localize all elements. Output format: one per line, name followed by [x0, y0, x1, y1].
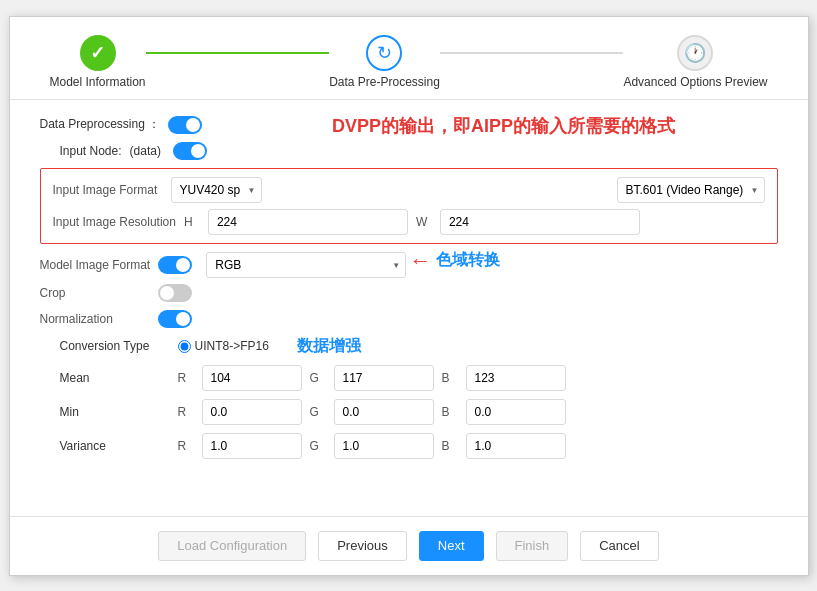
model-image-format-dropdown-wrap[interactable]: RGB BGR YUV420	[206, 252, 406, 278]
red-box-section: Input Image Format YUV420 sp NV12 RGB BT…	[40, 168, 778, 244]
input-image-format-row: Input Image Format YUV420 sp NV12 RGB BT…	[53, 177, 765, 203]
mean-row: Mean R G B	[60, 365, 778, 391]
step-advanced-options: 🕐 Advanced Options Preview	[623, 35, 767, 89]
mean-g-input[interactable]	[334, 365, 434, 391]
min-label: Min	[60, 405, 170, 419]
step3-label: Advanced Options Preview	[623, 75, 767, 89]
mean-label: Mean	[60, 371, 170, 385]
checkmark-icon: ✓	[90, 42, 105, 64]
min-g-label: G	[310, 405, 326, 419]
variance-g-label: G	[310, 439, 326, 453]
input-node-row: Input Node: (data)	[60, 142, 778, 160]
cancel-button[interactable]: Cancel	[580, 531, 658, 561]
input-format-dropdown-wrap[interactable]: YUV420 sp NV12 RGB	[171, 177, 262, 203]
conversion-type-radio[interactable]	[178, 340, 191, 353]
variance-r-label: R	[178, 439, 194, 453]
mean-b-label: B	[442, 371, 458, 385]
model-image-format-select[interactable]: RGB BGR YUV420	[206, 252, 406, 278]
step-model-information: ✓ Model Information	[50, 35, 146, 89]
crop-label: Crop	[40, 286, 150, 300]
mean-g-label: G	[310, 371, 326, 385]
wizard-steps: ✓ Model Information ↻ Data Pre-Processin…	[10, 17, 808, 100]
mean-b-input[interactable]	[466, 365, 566, 391]
clock-icon: 🕐	[684, 42, 706, 64]
model-image-format-toggle[interactable]	[158, 256, 192, 274]
min-r-label: R	[178, 405, 194, 419]
step-connector-1	[146, 52, 330, 54]
conversion-type-row: Conversion Type UINT8->FP16 数据增强	[60, 336, 778, 357]
step2-label: Data Pre-Processing	[329, 75, 440, 89]
next-button[interactable]: Next	[419, 531, 484, 561]
load-configuration-button[interactable]: Load Configuration	[158, 531, 306, 561]
data-enhancement-annotation: 数据增强	[297, 336, 361, 357]
previous-button[interactable]: Previous	[318, 531, 407, 561]
crop-row: Crop	[40, 284, 778, 302]
mean-r-label: R	[178, 371, 194, 385]
min-b-input[interactable]	[466, 399, 566, 425]
input-node-label: Input Node:	[60, 144, 122, 158]
resolution-w-input[interactable]	[440, 209, 640, 235]
step3-circle: 🕐	[677, 35, 713, 71]
footer: Load Configuration Previous Next Finish …	[10, 516, 808, 575]
step-data-preprocessing: ↻ Data Pre-Processing	[329, 35, 440, 89]
normalization-toggle[interactable]	[158, 310, 192, 328]
variance-row: Variance R G B	[60, 433, 778, 459]
variance-label: Variance	[60, 439, 170, 453]
step-connector-2	[440, 52, 624, 54]
variance-g-input[interactable]	[334, 433, 434, 459]
data-preprocessing-label: Data Preprocessing ：	[40, 116, 161, 133]
mean-r-input[interactable]	[202, 365, 302, 391]
step1-label: Model Information	[50, 75, 146, 89]
crop-toggle[interactable]	[158, 284, 192, 302]
h-label: H	[184, 215, 200, 229]
min-r-input[interactable]	[202, 399, 302, 425]
normalization-label: Normalization	[40, 312, 150, 326]
conversion-type-value: UINT8->FP16	[195, 339, 269, 353]
bt601-dropdown-wrap[interactable]: BT.601 (Video Range) BT.601 (Full Range)…	[617, 177, 765, 203]
input-image-resolution-label: Input Image Resolution	[53, 215, 176, 229]
input-image-format-label: Input Image Format	[53, 183, 163, 197]
conversion-type-label: Conversion Type	[60, 339, 170, 353]
refresh-icon: ↻	[377, 42, 392, 64]
w-label: W	[416, 215, 432, 229]
model-image-format-label: Model Image Format	[40, 258, 151, 272]
variance-b-label: B	[442, 439, 458, 453]
input-image-resolution-row: Input Image Resolution H W	[53, 209, 765, 235]
main-content: DVPP的输出，即AIPP的输入所需要的格式 Data Preprocessin…	[10, 100, 808, 516]
variance-b-input[interactable]	[466, 433, 566, 459]
color-annotation: 色域转换	[436, 250, 500, 271]
normalization-row: Normalization	[40, 310, 778, 328]
input-node-value: (data)	[130, 144, 161, 158]
variance-r-input[interactable]	[202, 433, 302, 459]
min-g-input[interactable]	[334, 399, 434, 425]
bt601-select[interactable]: BT.601 (Video Range) BT.601 (Full Range)…	[617, 177, 765, 203]
finish-button[interactable]: Finish	[496, 531, 569, 561]
input-format-select[interactable]: YUV420 sp NV12 RGB	[171, 177, 262, 203]
min-b-label: B	[442, 405, 458, 419]
arrow-icon: ←	[410, 248, 432, 274]
model-image-format-row: Model Image Format RGB BGR YUV420 ← 色域转换	[40, 252, 778, 278]
top-annotation: DVPP的输出，即AIPP的输入所需要的格式	[332, 116, 675, 136]
step1-circle: ✓	[80, 35, 116, 71]
min-row: Min R G B	[60, 399, 778, 425]
resolution-h-input[interactable]	[208, 209, 408, 235]
data-preprocessing-toggle[interactable]	[168, 116, 202, 134]
step2-circle: ↻	[366, 35, 402, 71]
input-node-toggle[interactable]	[173, 142, 207, 160]
